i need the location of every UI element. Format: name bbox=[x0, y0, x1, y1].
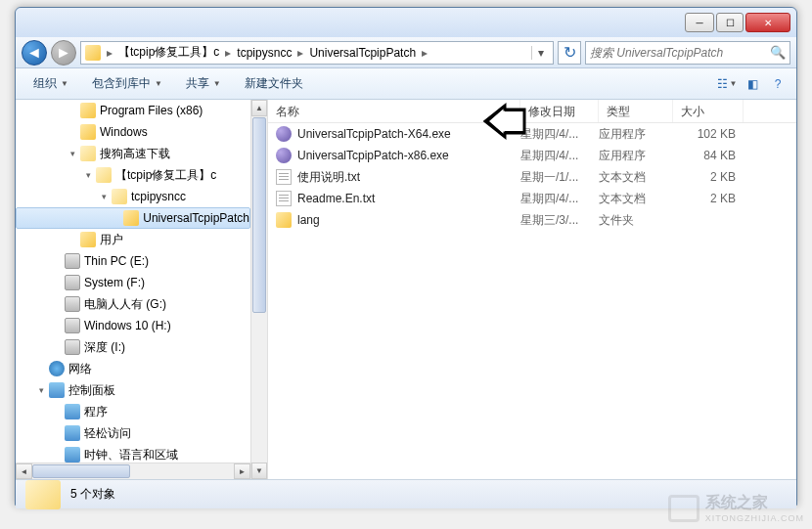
titlebar[interactable]: ─ ☐ ✕ bbox=[16, 8, 796, 37]
tree-scrollbar-vertical[interactable]: ▲ ▼ bbox=[250, 100, 267, 479]
file-date: 星期四/4/... bbox=[520, 126, 599, 143]
search-input[interactable] bbox=[590, 46, 770, 60]
tree-item-label: tcpipysncc bbox=[131, 190, 186, 203]
tree-item[interactable]: ▾【tcpip修复工具】c bbox=[16, 164, 250, 186]
column-type[interactable]: 类型 bbox=[599, 100, 673, 122]
tree-item-label: 网络 bbox=[68, 361, 92, 377]
minimize-button[interactable]: ─ bbox=[685, 13, 714, 32]
back-button[interactable]: ◄ bbox=[22, 40, 47, 66]
tree-item[interactable]: Windows bbox=[16, 121, 250, 143]
breadcrumb-item[interactable]: UniversalTcpipPatch bbox=[305, 46, 420, 60]
expand-icon[interactable] bbox=[114, 212, 121, 224]
breadcrumb-item[interactable]: tcpipysncc bbox=[233, 46, 295, 60]
expand-icon[interactable]: ▾ bbox=[67, 148, 78, 159]
tree-item[interactable]: UniversalTcpipPatch bbox=[16, 207, 250, 229]
scroll-up-button[interactable]: ▲ bbox=[251, 100, 267, 116]
search-box[interactable]: 🔍 bbox=[585, 41, 790, 65]
expand-icon[interactable] bbox=[51, 255, 63, 267]
breadcrumb-item[interactable]: 【tcpip修复工具】c bbox=[114, 44, 223, 61]
help-button[interactable]: ? bbox=[767, 73, 789, 95]
file-row[interactable]: lang星期三/3/...文件夹 bbox=[268, 209, 796, 231]
expand-icon[interactable] bbox=[67, 105, 78, 116]
tree-item-label: 用户 bbox=[100, 232, 123, 248]
txt-icon bbox=[276, 191, 292, 206]
new-folder-button[interactable]: 新建文件夹 bbox=[235, 71, 313, 96]
tree-scrollbar-horizontal[interactable]: ◄ ► bbox=[16, 463, 250, 479]
tree-item[interactable]: Windows 10 (H:) bbox=[16, 315, 250, 336]
tree-item[interactable]: 时钟、语言和区域 bbox=[16, 444, 250, 463]
share-button[interactable]: 共享▼ bbox=[176, 71, 231, 96]
maximize-button[interactable]: ☐ bbox=[716, 13, 744, 32]
scroll-right-button[interactable]: ► bbox=[234, 463, 250, 479]
column-name[interactable]: 名称 bbox=[268, 100, 520, 122]
expand-icon[interactable] bbox=[51, 277, 63, 288]
folder-icon bbox=[80, 232, 96, 247]
tree-item[interactable]: 用户 bbox=[16, 229, 250, 250]
file-row[interactable]: UniversalTcpipPatch-x86.exe星期四/4/...应用程序… bbox=[268, 145, 796, 166]
preview-pane-button[interactable]: ◧ bbox=[742, 73, 763, 95]
breadcrumb-dropdown[interactable]: ▾ bbox=[531, 46, 549, 60]
tree-item[interactable]: Thin PC (E:) bbox=[16, 250, 250, 272]
expand-icon[interactable]: ▾ bbox=[98, 191, 110, 202]
file-row[interactable]: 使用说明.txt星期一/1/...文本文档2 KB bbox=[268, 166, 796, 188]
drive-icon bbox=[65, 318, 80, 333]
scroll-down-button[interactable]: ▼ bbox=[251, 463, 267, 479]
expand-icon[interactable] bbox=[51, 406, 63, 418]
tree-item-label: Program Files (x86) bbox=[100, 104, 203, 117]
expand-icon[interactable]: ▾ bbox=[82, 169, 94, 181]
scroll-thumb[interactable] bbox=[252, 117, 266, 313]
tree-item-label: 【tcpip修复工具】c bbox=[115, 167, 216, 184]
search-icon[interactable]: 🔍 bbox=[770, 45, 786, 60]
expand-icon[interactable] bbox=[35, 363, 47, 375]
tree-item[interactable]: 程序 bbox=[16, 401, 250, 422]
expand-icon[interactable] bbox=[51, 449, 63, 461]
tree-item[interactable]: Program Files (x86) bbox=[16, 100, 250, 121]
scroll-left-button[interactable]: ◄ bbox=[16, 463, 32, 479]
expand-icon[interactable] bbox=[51, 298, 63, 310]
folder-icon bbox=[80, 103, 96, 118]
chevron-right-icon[interactable]: ▸ bbox=[420, 46, 429, 60]
folder-open-icon bbox=[112, 189, 127, 204]
file-row[interactable]: UniversalTcpipPatch-X64.exe星期四/4/...应用程序… bbox=[268, 123, 796, 145]
chevron-down-icon: ▼ bbox=[213, 79, 221, 88]
view-options-button[interactable]: ☷▼ bbox=[716, 73, 738, 95]
tree-item[interactable]: ▾控制面板 bbox=[16, 379, 250, 401]
include-in-library-button[interactable]: 包含到库中▼ bbox=[82, 71, 172, 96]
expand-icon[interactable] bbox=[67, 234, 78, 245]
file-date: 星期四/4/... bbox=[520, 148, 599, 164]
forward-button[interactable]: ► bbox=[51, 40, 76, 66]
organize-button[interactable]: 组织▼ bbox=[23, 71, 78, 96]
file-name: 使用说明.txt bbox=[297, 169, 360, 186]
refresh-button[interactable]: ↻ bbox=[558, 41, 581, 65]
tree-item-label: Windows 10 (H:) bbox=[84, 319, 171, 332]
scroll-thumb[interactable] bbox=[32, 464, 130, 478]
tree-item-label: Windows bbox=[100, 125, 148, 139]
chevron-right-icon[interactable]: ▸ bbox=[223, 46, 233, 60]
column-size[interactable]: 大小 bbox=[673, 100, 744, 122]
tree-item[interactable]: ▾搜狗高速下载 bbox=[16, 143, 250, 164]
explorer-window: ─ ☐ ✕ ◄ ► ▸ 【tcpip修复工具】c ▸ tcpipysncc ▸ … bbox=[15, 7, 797, 506]
expand-icon[interactable] bbox=[67, 126, 78, 138]
tree-item[interactable]: 深度 (I:) bbox=[16, 336, 250, 358]
tree-item[interactable]: System (F:) bbox=[16, 272, 250, 293]
exe-icon bbox=[276, 126, 292, 142]
file-type: 应用程序 bbox=[599, 126, 673, 143]
column-date[interactable]: 修改日期 bbox=[520, 100, 599, 122]
close-button[interactable]: ✕ bbox=[745, 13, 790, 32]
file-row[interactable]: Readme.En.txt星期四/4/...文本文档2 KB bbox=[268, 188, 796, 209]
breadcrumb[interactable]: ▸ 【tcpip修复工具】c ▸ tcpipysncc ▸ UniversalT… bbox=[80, 41, 554, 65]
tree-item[interactable]: 电脑人人有 (G:) bbox=[16, 293, 250, 315]
tree-item-label: 深度 (I:) bbox=[84, 339, 125, 356]
expand-icon[interactable] bbox=[51, 341, 63, 353]
chevron-right-icon[interactable]: ▸ bbox=[105, 46, 114, 60]
chevron-right-icon[interactable]: ▸ bbox=[295, 46, 305, 60]
tree-item[interactable]: 网络 bbox=[16, 358, 250, 379]
column-headers: 名称 修改日期 类型 大小 bbox=[268, 100, 796, 123]
tree-item[interactable]: ▾tcpipysncc bbox=[16, 186, 250, 207]
expand-icon[interactable]: ▾ bbox=[35, 384, 47, 396]
folder-open-icon bbox=[96, 167, 112, 183]
tree-item-label: System (F:) bbox=[84, 276, 145, 289]
expand-icon[interactable] bbox=[51, 427, 63, 439]
tree-item[interactable]: 轻松访问 bbox=[16, 422, 250, 444]
expand-icon[interactable] bbox=[51, 320, 63, 331]
